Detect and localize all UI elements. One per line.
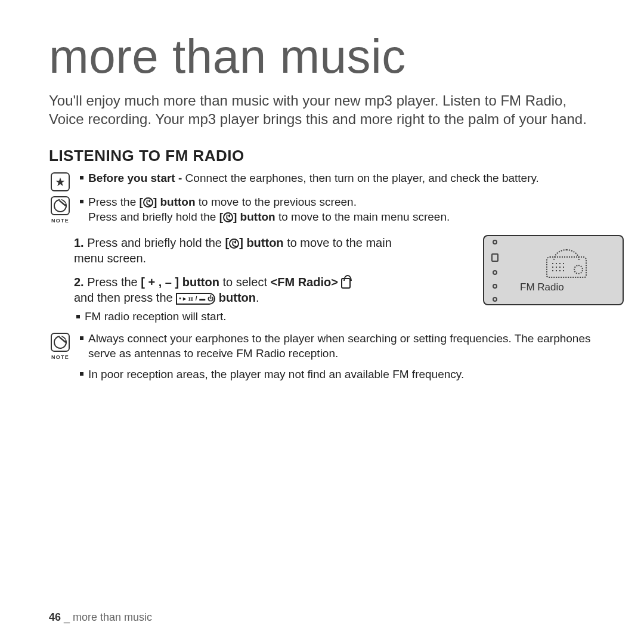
menu-dot xyxy=(493,297,497,302)
note-icon xyxy=(51,333,70,352)
section-heading: LISTENING TO FM RADIO xyxy=(49,147,595,165)
note-label-1: NOTE xyxy=(49,218,72,224)
note-row-2: NOTE Always connect your earphones to th… xyxy=(49,332,595,383)
footer-section: more than music xyxy=(73,611,152,623)
note1-line1: Press the [] button to move to the previ… xyxy=(79,195,595,224)
radio-illustration xyxy=(543,248,587,278)
play-power-button-icon xyxy=(176,293,215,305)
intro-paragraph: You'll enjoy much more than music with y… xyxy=(49,92,595,128)
note-row-1: NOTE Press the [] button to move to the … xyxy=(49,195,595,225)
device-screen-illustration: FM Radio xyxy=(483,235,624,305)
back-icon xyxy=(143,197,153,208)
note2-bullet-1: Always connect your earphones to the pla… xyxy=(79,332,595,361)
steps-block: 1. Press and briefly hold the [] button … xyxy=(74,235,595,323)
chapter-title: more than music xyxy=(49,33,595,80)
page-footer: 46 _ more than music xyxy=(49,611,152,624)
note-icon xyxy=(51,196,70,215)
back-icon xyxy=(223,212,233,222)
note2-bullet-2: In poor reception areas, the player may … xyxy=(79,367,595,382)
fm-radio-icon xyxy=(341,278,351,289)
before-you-start-body: Connect the earphones, then turn on the … xyxy=(185,172,539,184)
star-icon xyxy=(51,172,70,191)
manual-page: more than music You'll enjoy much more t… xyxy=(0,0,644,644)
device-caption: FM Radio xyxy=(512,281,564,293)
menu-dot xyxy=(493,270,497,275)
step-2: 2. Press the [ + , – ] button to select … xyxy=(74,274,408,323)
before-you-start-row: Before you start - Connect the earphones… xyxy=(49,171,595,191)
menu-dot xyxy=(493,240,497,244)
note-label-2: NOTE xyxy=(49,354,72,360)
before-you-start-lead: Before you start - xyxy=(88,172,185,184)
menu-selection-icon xyxy=(491,253,499,262)
before-you-start-text: Before you start - Connect the earphones… xyxy=(79,171,595,186)
step2-sub: FM radio reception will start. xyxy=(74,310,408,323)
step-1: 1. Press and briefly hold the [] button … xyxy=(74,235,408,266)
page-number: 46 xyxy=(49,611,61,623)
menu-dot xyxy=(493,284,497,289)
back-icon xyxy=(229,239,239,249)
